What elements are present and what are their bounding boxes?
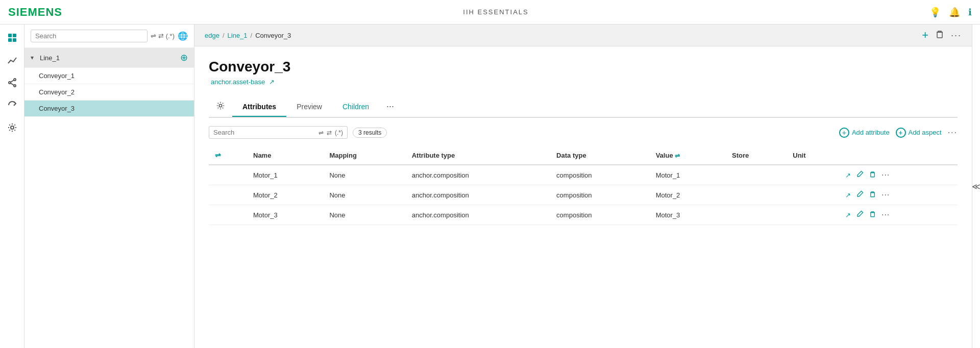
asset-title: Conveyor_3 [209, 59, 958, 75]
tabs-more-button[interactable]: ··· [379, 96, 401, 117]
table-row: Motor_1 None anchor.composition composit… [209, 165, 958, 185]
svg-rect-3 [13, 38, 16, 42]
add-aspect-button[interactable]: + Add aspect [896, 128, 942, 138]
col-value-header: Value ⇌ [650, 146, 726, 165]
filter-icon[interactable]: ⇌ [151, 32, 156, 40]
row-edit-icon[interactable] [856, 210, 864, 219]
tab-preview-label: Preview [297, 103, 322, 111]
table-more-button[interactable]: ··· [948, 128, 958, 137]
row-delete-icon[interactable] [869, 170, 876, 180]
row-attribute-type: anchor.composition [406, 165, 550, 185]
nav-refresh[interactable] [3, 96, 21, 114]
search-icons: ⇌ ⇄ (.*) [151, 32, 175, 40]
bulb-icon[interactable]: 💡 [929, 7, 941, 18]
row-delete-icon[interactable] [869, 190, 876, 200]
more-button[interactable]: ··· [951, 30, 962, 41]
row-more-icon[interactable]: ··· [881, 210, 890, 219]
breadcrumb-line1[interactable]: Line_1 [228, 32, 248, 39]
content-area: edge / Line_1 / Conveyor_3 + ··· [194, 24, 972, 348]
app-title: IIH ESSENTIALS [463, 8, 528, 16]
asset-panel: ⇌ ⇄ (.*) 🌐 ▾ Line_1 ⊕ Conveyor_1 Conveyo… [24, 24, 194, 348]
table-expand-icon[interactable]: ⇄ [327, 129, 332, 136]
right-edge: ≪ [972, 24, 980, 348]
search-input[interactable] [31, 30, 148, 42]
col-name-header: Name [247, 146, 323, 165]
nav-analytics[interactable] [3, 51, 21, 69]
tab-preview[interactable]: Preview [286, 97, 332, 117]
svg-rect-1 [13, 34, 16, 37]
info-icon[interactable]: ℹ [968, 7, 972, 18]
row-data-type: composition [550, 185, 650, 205]
tree-leaf-label: Conveyor_1 [39, 72, 75, 80]
col-data-type-header: Data type [550, 146, 650, 165]
tab-attributes[interactable]: Attributes [232, 97, 286, 117]
row-unit [787, 165, 839, 185]
row-data-type: composition [550, 205, 650, 225]
row-link-icon[interactable]: ↗ [845, 211, 851, 219]
row-more-icon[interactable]: ··· [881, 190, 890, 200]
table-regex-icon[interactable]: (.*) [335, 129, 343, 136]
col-mapping-header: Mapping [323, 146, 405, 165]
delete-button[interactable] [935, 29, 945, 42]
external-link-icon[interactable]: ↗ [269, 78, 275, 86]
row-mapping: None [323, 205, 405, 225]
row-value: Motor_2 [650, 185, 726, 205]
breadcrumb-edge[interactable]: edge [205, 32, 219, 39]
svg-rect-12 [871, 173, 875, 177]
notification-icon[interactable]: 🔔 [949, 7, 960, 18]
tree-item-line1[interactable]: ▾ Line_1 ⊕ [24, 48, 194, 68]
asset-subtitle[interactable]: anchor.asset-base ↗ [209, 78, 958, 86]
breadcrumb-actions: + ··· [922, 29, 962, 42]
row-edit-icon[interactable] [856, 190, 864, 200]
nav-share[interactable] [3, 73, 21, 92]
table-search-input[interactable] [213, 129, 315, 136]
breadcrumb-path: edge / Line_1 / Conveyor_3 [205, 32, 291, 39]
svg-point-5 [14, 79, 16, 81]
row-actions: ↗ ··· [839, 185, 958, 205]
tab-children-label: Children [342, 103, 369, 111]
col-store-header: Store [726, 146, 787, 165]
add-child-button[interactable]: ⊕ [180, 52, 188, 63]
globe-icon[interactable]: 🌐 [178, 31, 188, 41]
row-refresh-cell [209, 165, 247, 185]
row-unit [787, 185, 839, 205]
table-actions: + Add attribute + Add aspect ··· [839, 128, 958, 138]
add-attribute-button[interactable]: + Add attribute [839, 128, 890, 138]
regex-icon[interactable]: (.*) [166, 32, 175, 40]
asset-search-bar: ⇌ ⇄ (.*) 🌐 [24, 24, 194, 48]
tree-leaf-label: Conveyor_2 [39, 88, 75, 96]
row-edit-icon[interactable] [856, 170, 864, 180]
topbar-actions: 💡 🔔 ℹ [929, 7, 972, 18]
tree-leaf-label: Conveyor_3 [39, 105, 75, 112]
row-link-icon[interactable]: ↗ [845, 191, 851, 199]
add-button[interactable]: + [922, 29, 928, 42]
col-actions-header [839, 146, 958, 165]
svg-line-7 [11, 80, 14, 82]
expand-icon[interactable]: ⇄ [158, 32, 164, 40]
data-table: ⇌ Name Mapping Attribute type Data type … [209, 146, 958, 225]
table-filter-icon[interactable]: ⇌ [318, 129, 324, 136]
row-value: Motor_1 [650, 165, 726, 185]
tree-item-conveyor3[interactable]: Conveyor_3 [24, 101, 194, 117]
nav-home[interactable] [3, 29, 21, 47]
row-more-icon[interactable]: ··· [881, 170, 890, 180]
collapse-panel-button[interactable]: ≪ [972, 182, 980, 191]
row-mapping: None [323, 165, 405, 185]
svg-point-9 [11, 126, 14, 129]
svg-rect-10 [937, 32, 942, 38]
tree-item-conveyor2[interactable]: Conveyor_2 [24, 84, 194, 101]
row-attribute-type: anchor.composition [406, 185, 550, 205]
tab-gear-icon[interactable] [209, 96, 232, 117]
svg-rect-13 [871, 193, 875, 197]
tab-children[interactable]: Children [332, 97, 379, 117]
row-delete-icon[interactable] [869, 210, 876, 219]
nav-settings[interactable] [3, 118, 21, 137]
chevron-icon: ▾ [31, 54, 34, 61]
row-refresh-cell [209, 185, 247, 205]
col-refresh-header: ⇌ [209, 146, 247, 165]
svg-rect-2 [8, 38, 12, 42]
add-aspect-icon: + [896, 128, 906, 138]
tree-item-conveyor1[interactable]: Conveyor_1 [24, 68, 194, 84]
tree-node-label: Line_1 [40, 54, 60, 62]
row-link-icon[interactable]: ↗ [845, 171, 851, 179]
